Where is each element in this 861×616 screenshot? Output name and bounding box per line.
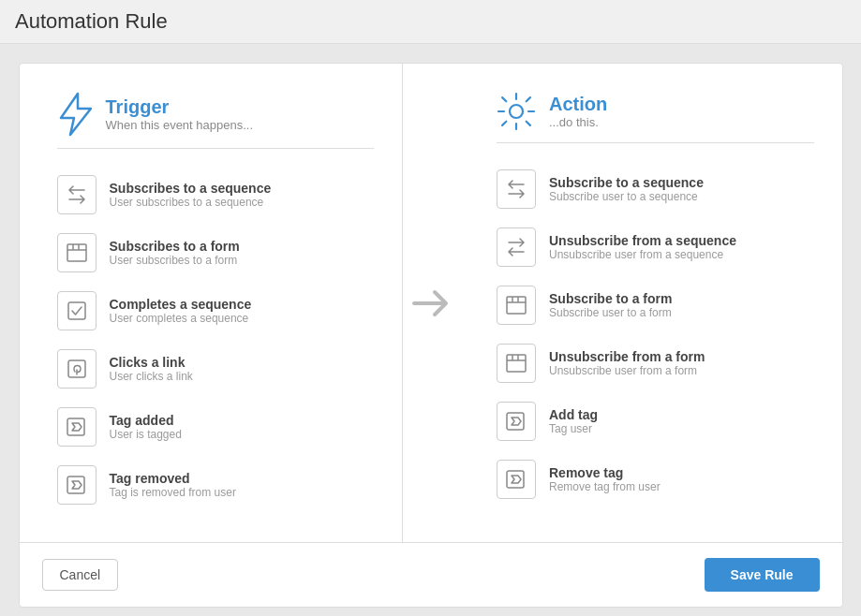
trigger-option-clicks-link[interactable]: Clicks a link User clicks a link xyxy=(57,340,375,398)
action-option-label: Unsubscribe from a sequence xyxy=(549,233,736,248)
action-option-text: Remove tag Remove tag from user xyxy=(549,465,661,493)
cancel-button[interactable]: Cancel xyxy=(42,559,119,591)
tag-added-icon xyxy=(57,407,96,447)
sequence-complete-icon xyxy=(57,291,96,330)
trigger-option-label: Subscribes to a sequence xyxy=(110,181,272,196)
trigger-panel-header: Trigger When this event happens... xyxy=(57,92,375,137)
modal-footer: Cancel Save Rule xyxy=(20,542,842,607)
action-option-subscribe-sequence[interactable]: Subscribe to a sequence Subscribe user t… xyxy=(497,160,814,218)
trigger-option-label: Clicks a link xyxy=(110,355,193,370)
trigger-option-tag-added[interactable]: Tag added User is tagged xyxy=(57,398,375,456)
click-link-icon xyxy=(57,349,96,389)
action-option-label: Remove tag xyxy=(549,465,661,480)
trigger-panel: Trigger When this event happens... Subsc xyxy=(20,64,404,542)
svg-rect-4 xyxy=(68,302,85,319)
action-option-label: Add tag xyxy=(549,407,598,422)
action-option-text: Unsubscribe from a form Unsubscribe user… xyxy=(549,349,705,377)
trigger-option-tag-removed[interactable]: Tag removed Tag is removed from user xyxy=(57,456,375,514)
modal-container: Trigger When this event happens... Subsc xyxy=(19,63,843,608)
action-heading: Action xyxy=(549,94,607,115)
trigger-option-text: Subscribes to a sequence User subscribes… xyxy=(110,181,272,209)
action-option-add-tag[interactable]: Add tag Tag user xyxy=(497,392,814,450)
action-seq-unsub-icon xyxy=(497,227,536,267)
action-option-desc: Unsubscribe user from a sequence xyxy=(549,248,736,261)
trigger-option-subscribes-form[interactable]: Subscribes to a form User subscribes to … xyxy=(57,224,375,282)
action-subheading: ...do this. xyxy=(549,115,607,129)
action-remove-tag-icon xyxy=(497,460,536,499)
trigger-bolt-icon xyxy=(57,92,93,137)
trigger-option-list: Subscribes to a sequence User subscribes… xyxy=(57,166,375,514)
action-option-text: Unsubscribe from a sequence Unsubscribe … xyxy=(549,233,736,261)
action-option-desc: Unsubscribe user from a form xyxy=(549,364,705,377)
trigger-option-desc: User clicks a link xyxy=(110,370,193,383)
action-option-desc: Subscribe user to a form xyxy=(549,306,672,319)
action-option-text: Add tag Tag user xyxy=(549,407,598,435)
trigger-option-label: Completes a sequence xyxy=(110,297,252,312)
tag-removed-icon xyxy=(57,465,96,505)
action-option-remove-tag[interactable]: Remove tag Remove tag from user xyxy=(497,450,814,508)
trigger-option-desc: User subscribes to a sequence xyxy=(110,196,272,209)
action-option-label: Unsubscribe from a form xyxy=(549,349,705,364)
action-seq-sub-icon xyxy=(497,169,536,209)
sequence-subscribe-icon xyxy=(57,175,96,214)
action-option-label: Subscribe to a form xyxy=(549,291,672,306)
action-option-list: Subscribe to a sequence Subscribe user t… xyxy=(497,160,814,508)
svg-rect-14 xyxy=(507,355,526,372)
action-divider xyxy=(497,142,814,143)
page-title: Automation Rule xyxy=(15,9,846,34)
action-panel: Action ...do this. Subscribe to a sequen xyxy=(459,64,842,542)
trigger-option-desc: User completes a sequence xyxy=(110,312,252,325)
trigger-option-label: Tag removed xyxy=(110,471,236,486)
arrow-divider xyxy=(403,288,459,318)
action-gear-icon xyxy=(497,92,536,131)
save-rule-button[interactable]: Save Rule xyxy=(705,558,820,592)
trigger-option-subscribes-sequence[interactable]: Subscribes to a sequence User subscribes… xyxy=(57,166,375,224)
modal-body: Trigger When this event happens... Subsc xyxy=(20,64,842,542)
action-option-unsubscribe-form[interactable]: Unsubscribe from a form Unsubscribe user… xyxy=(497,334,814,392)
action-option-desc: Tag user xyxy=(549,422,598,435)
action-form-unsub-icon xyxy=(497,344,536,383)
action-option-text: Subscribe to a sequence Subscribe user t… xyxy=(549,175,704,203)
action-option-unsubscribe-sequence[interactable]: Unsubscribe from a sequence Unsubscribe … xyxy=(497,218,814,276)
trigger-option-label: Tag added xyxy=(110,413,182,428)
trigger-divider xyxy=(57,148,375,149)
trigger-header-text: Trigger When this event happens... xyxy=(106,96,254,132)
page-header: Automation Rule xyxy=(0,0,861,44)
trigger-option-label: Subscribes to a form xyxy=(110,239,240,254)
trigger-option-desc: User subscribes to a form xyxy=(110,254,240,267)
form-subscribe-icon xyxy=(57,233,96,272)
action-panel-header: Action ...do this. xyxy=(497,92,814,131)
svg-rect-10 xyxy=(507,297,526,314)
trigger-subheading: When this event happens... xyxy=(106,118,254,132)
action-option-text: Subscribe to a form Subscribe user to a … xyxy=(549,291,672,319)
trigger-option-desc: User is tagged xyxy=(110,428,182,441)
action-add-tag-icon xyxy=(497,402,536,441)
trigger-option-text: Clicks a link User clicks a link xyxy=(110,355,193,383)
trigger-option-completes-sequence[interactable]: Completes a sequence User completes a se… xyxy=(57,282,375,340)
trigger-heading: Trigger xyxy=(106,96,254,118)
action-option-desc: Remove tag from user xyxy=(549,480,661,493)
trigger-option-text: Subscribes to a form User subscribes to … xyxy=(110,239,240,267)
action-option-label: Subscribe to a sequence xyxy=(549,175,704,190)
svg-rect-0 xyxy=(67,244,86,261)
trigger-option-text: Completes a sequence User completes a se… xyxy=(110,297,252,325)
action-option-desc: Subscribe user to a sequence xyxy=(549,190,704,203)
trigger-option-desc: Tag is removed from user xyxy=(110,486,236,499)
action-option-subscribe-form[interactable]: Subscribe to a form Subscribe user to a … xyxy=(497,276,814,334)
action-form-sub-icon xyxy=(497,286,536,325)
svg-point-9 xyxy=(510,105,523,118)
action-header-text: Action ...do this. xyxy=(549,94,607,129)
trigger-option-text: Tag removed Tag is removed from user xyxy=(110,471,236,499)
trigger-option-text: Tag added User is tagged xyxy=(110,413,182,441)
